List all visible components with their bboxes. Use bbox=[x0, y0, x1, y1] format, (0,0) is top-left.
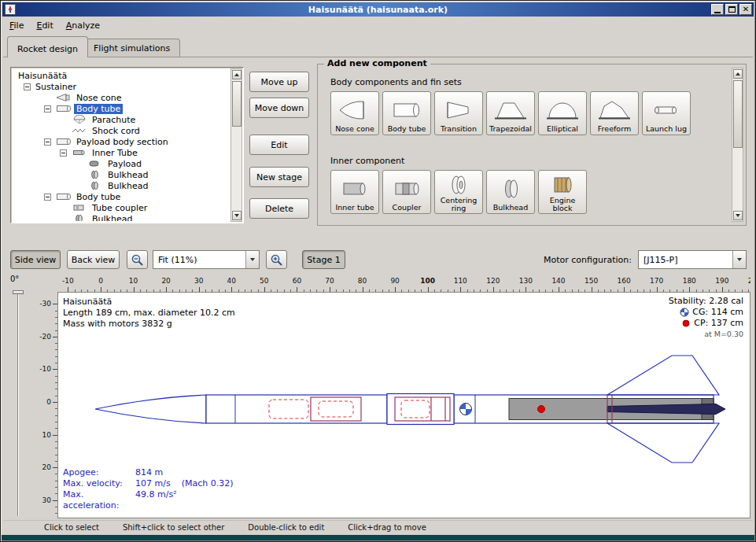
side-view-button[interactable]: Side view bbox=[10, 250, 61, 269]
arrow-up-icon bbox=[736, 72, 740, 76]
tab-divider bbox=[3, 57, 753, 57]
cp-marker bbox=[538, 406, 545, 413]
maximize-icon bbox=[728, 6, 736, 13]
window-bottom-edge bbox=[2, 535, 754, 540]
menu-analyze[interactable]: Analyze bbox=[60, 19, 106, 32]
tree-item[interactable]: Bulkhead bbox=[13, 169, 230, 180]
tree-item[interactable]: Shock cord bbox=[13, 125, 230, 136]
rocket-canvas[interactable]: Haisunäätä Length 189 cm, max. diameter … bbox=[57, 292, 750, 518]
v-ruler-number: 20 bbox=[42, 463, 51, 471]
add-transition-button[interactable]: Transition bbox=[434, 91, 483, 135]
tree-scrollbar[interactable] bbox=[230, 68, 242, 222]
apogee-value: 814 m bbox=[135, 467, 163, 478]
component-panel-scrollbar[interactable] bbox=[732, 68, 743, 222]
edit-button[interactable]: Edit bbox=[249, 135, 309, 155]
add-trapezoidal-fin-button[interactable]: Trapezoidal bbox=[486, 91, 535, 135]
add-coupler-button[interactable]: Coupler bbox=[382, 170, 431, 214]
tree-item[interactable]: Haisunäätä bbox=[13, 70, 230, 81]
component-button-label: Bulkhead bbox=[493, 204, 528, 212]
zoom-level-select[interactable]: Fit (11%) bbox=[153, 250, 260, 269]
tree-item[interactable]: Bulkhead bbox=[13, 180, 230, 191]
combo-arrow[interactable] bbox=[732, 251, 746, 268]
h-ruler-number: 90 bbox=[390, 277, 399, 285]
stage-1-toggle[interactable]: Stage 1 bbox=[302, 250, 345, 269]
tree-item[interactable]: Tube coupler bbox=[13, 202, 230, 213]
apogee-label: Apogee: bbox=[63, 467, 135, 478]
tree-item[interactable]: Sustainer bbox=[13, 81, 230, 92]
scroll-down-button[interactable] bbox=[232, 211, 242, 220]
back-view-button[interactable]: Back view bbox=[67, 250, 120, 269]
window-icon[interactable] bbox=[5, 4, 16, 15]
delete-button[interactable]: Delete bbox=[249, 198, 309, 219]
scrollbar-thumb[interactable] bbox=[232, 81, 242, 127]
motor-configuration-value: [J115-P] bbox=[639, 255, 732, 265]
collapse-handle[interactable] bbox=[60, 149, 67, 157]
h-ruler-number: 140 bbox=[551, 277, 565, 285]
rotation-angle-label: 0° bbox=[10, 275, 19, 283]
maximize-button[interactable] bbox=[725, 4, 738, 15]
h-ruler-number: 0 bbox=[98, 277, 103, 285]
tree-item-label: Bulkhead bbox=[105, 181, 150, 191]
tree-item[interactable]: Payload body section bbox=[13, 136, 230, 147]
close-button[interactable]: ✕ bbox=[739, 4, 752, 15]
tree-item[interactable]: Body tube bbox=[13, 191, 230, 202]
scroll-up-button[interactable] bbox=[232, 70, 242, 79]
h-ruler-number: 200 bbox=[748, 277, 750, 285]
collapse-handle[interactable] bbox=[44, 105, 51, 112]
bulkhead-icon bbox=[85, 181, 105, 190]
add-inner-tube-button[interactable]: Inner tube bbox=[330, 170, 379, 214]
add-component-panel: Add new component Body components and fi… bbox=[317, 64, 747, 226]
titlebar[interactable]: Haisunäätä (haisunaata.ork) ✕ bbox=[2, 2, 754, 17]
scroll-up-button[interactable] bbox=[733, 69, 743, 79]
menu-edit[interactable]: Edit bbox=[30, 19, 59, 32]
tab-flight-simulations[interactable]: Flight simulations bbox=[83, 39, 180, 57]
status-hint: Shift+click to select other bbox=[123, 523, 224, 532]
chevron-down-icon bbox=[250, 258, 255, 261]
max-acceleration-value: 49.8 m/s² bbox=[135, 489, 177, 511]
collapse-handle[interactable] bbox=[24, 83, 31, 90]
tree-item[interactable]: Bulkhead bbox=[13, 213, 230, 221]
collapse-handle[interactable] bbox=[44, 138, 51, 146]
component-button-label: Freeform bbox=[598, 125, 631, 133]
rotation-slider-thumb[interactable] bbox=[13, 290, 24, 294]
v-ruler-number: -10 bbox=[39, 365, 51, 373]
collapse-handle[interactable] bbox=[44, 194, 51, 201]
tree-item-label: Payload bbox=[105, 159, 144, 169]
tab-rocket-design[interactable]: Rocket design bbox=[7, 36, 88, 57]
add-body-tube-button[interactable]: Body tube bbox=[382, 91, 431, 135]
minimize-button[interactable] bbox=[711, 4, 724, 15]
move-down-button[interactable]: Move down bbox=[249, 98, 309, 118]
menu-file[interactable]: File bbox=[3, 19, 30, 32]
scroll-down-button[interactable] bbox=[733, 211, 743, 220]
tree-item[interactable]: Body tube bbox=[13, 103, 230, 114]
tree-item[interactable]: Parachute bbox=[13, 114, 230, 125]
h-ruler-number: -10 bbox=[62, 277, 74, 285]
zoom-out-button[interactable] bbox=[127, 250, 148, 269]
add-engine-block-button[interactable]: Engine block bbox=[538, 170, 587, 214]
add-bulkhead-button[interactable]: Bulkhead bbox=[486, 170, 535, 214]
add-elliptical-fin-button[interactable]: Elliptical bbox=[538, 91, 587, 135]
h-ruler-number: 160 bbox=[618, 277, 631, 285]
tree-item[interactable]: Payload bbox=[13, 158, 230, 169]
zoom-in-button[interactable] bbox=[266, 250, 287, 269]
chevron-down-icon bbox=[737, 258, 742, 261]
add-nose-cone-button[interactable]: Nose cone bbox=[330, 91, 379, 135]
combo-arrow[interactable] bbox=[245, 251, 259, 268]
motor-configuration-select[interactable]: [J115-P] bbox=[638, 250, 747, 269]
add-freeform-fin-button[interactable]: Freeform bbox=[590, 91, 639, 135]
tree-item[interactable]: Nose cone bbox=[13, 92, 230, 103]
tree-item[interactable]: Inner Tube bbox=[13, 147, 230, 158]
h-ruler-number: 70 bbox=[325, 277, 334, 285]
arrow-down-icon bbox=[234, 214, 239, 217]
rocket-name: Haisunäätä bbox=[63, 297, 235, 308]
tree-item-label: Inner Tube bbox=[90, 148, 140, 158]
v-ruler-number: 30 bbox=[42, 496, 51, 504]
new-stage-button[interactable]: New stage bbox=[249, 167, 309, 187]
add-centering-ring-button[interactable]: Centering ring bbox=[434, 170, 483, 214]
rotation-slider[interactable] bbox=[17, 292, 19, 516]
move-up-button[interactable]: Move up bbox=[249, 72, 309, 92]
nose-cone-icon bbox=[337, 94, 372, 125]
add-launch-lug-button[interactable]: Launch lug bbox=[642, 91, 691, 135]
scrollbar-thumb[interactable] bbox=[733, 80, 743, 148]
parachute-icon bbox=[69, 115, 90, 124]
